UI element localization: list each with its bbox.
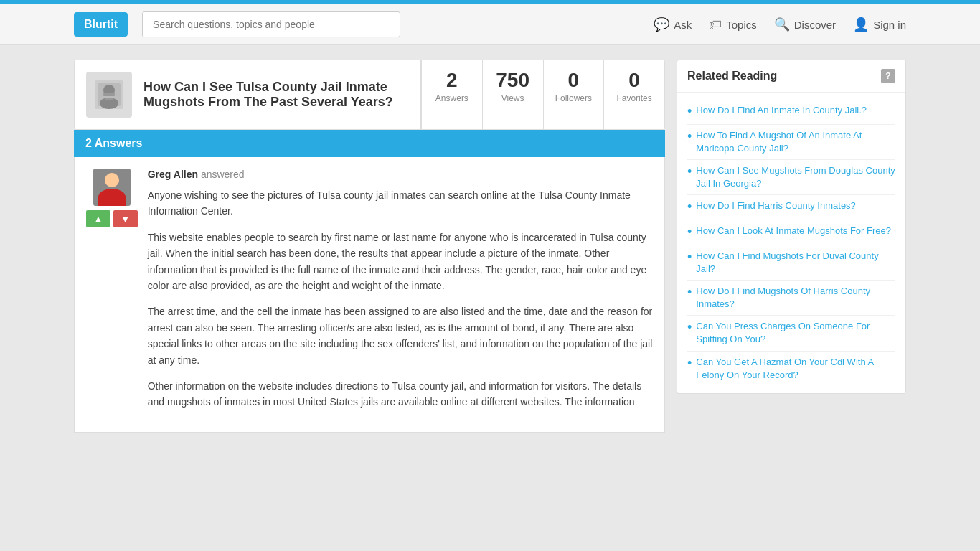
answer-para-2: This website enables people to search by… xyxy=(148,230,653,294)
list-item: • How Can I Find Mugshots For Duval Coun… xyxy=(687,245,895,281)
logo[interactable]: Blurtit xyxy=(74,12,128,37)
sidebar-title: Related Reading xyxy=(687,70,777,83)
question-main: How Can I See Tulsa County Jail Inmate M… xyxy=(75,60,420,129)
avatar-wrapper: ▲ ▼ xyxy=(86,169,138,227)
nav-discover-label: Discover xyxy=(794,19,836,31)
followers-label: Followers xyxy=(555,93,592,103)
vote-down-button[interactable]: ▼ xyxy=(113,210,138,227)
nav-signin[interactable]: 👤 Sign in xyxy=(853,17,906,32)
question-section: How Can I See Tulsa County Jail Inmate M… xyxy=(74,60,665,130)
favorites-count: 0 xyxy=(616,69,653,92)
nav-signin-label: Sign in xyxy=(873,19,906,31)
answerer-name: Greg Allen xyxy=(148,169,198,180)
list-item: • How Can I See Mugshots From Douglas Co… xyxy=(687,160,895,195)
list-item: • Can You Get A Hazmat On Your Cdl With … xyxy=(687,352,895,386)
related-link-9[interactable]: Can You Get A Hazmat On Your Cdl With A … xyxy=(696,356,895,382)
answerer-info: Greg Allen answered xyxy=(148,169,653,180)
related-link-3[interactable]: How Can I See Mugshots From Douglas Coun… xyxy=(696,164,895,190)
answers-count: 2 xyxy=(433,69,471,92)
related-link-5[interactable]: How Can I Look At Inmate Mugshots For Fr… xyxy=(696,225,891,237)
bullet-icon: • xyxy=(687,199,692,215)
related-link-7[interactable]: How Do I Find Mugshots Of Harris County … xyxy=(696,285,895,311)
nav-topics-label: Topics xyxy=(726,19,757,31)
bullet-icon: • xyxy=(687,356,692,372)
views-count: 750 xyxy=(494,69,532,92)
mugshot-svg-icon xyxy=(92,77,126,112)
answer-content: Greg Allen answered Anyone wishing to se… xyxy=(148,169,653,420)
list-item: • Can You Press Charges On Someone For S… xyxy=(687,316,895,351)
favorites-label: Favorites xyxy=(616,93,651,103)
bullet-icon: • xyxy=(687,285,692,301)
bullet-icon: • xyxy=(687,104,692,120)
nav: 💬 Ask 🏷 Topics 🔍 Discover 👤 Sign in xyxy=(654,17,906,32)
avatar xyxy=(93,169,131,206)
related-link-8[interactable]: Can You Press Charges On Someone For Spi… xyxy=(696,320,895,346)
content-area: How Can I See Tulsa County Jail Inmate M… xyxy=(74,60,665,433)
answer-para-3: The arrest time, and the cell the inmate… xyxy=(148,303,653,368)
related-link-4[interactable]: How Do I Find Harris County Inmates? xyxy=(696,199,856,212)
svg-rect-5 xyxy=(105,98,113,100)
answer-para-1: Anyone wishing to see the pictures of Tu… xyxy=(148,187,653,220)
nav-ask-label: Ask xyxy=(674,19,692,31)
header: Blurtit 💬 Ask 🏷 Topics 🔍 Discover 👤 Sign… xyxy=(0,4,980,45)
related-list: • How Do I Find An Inmate In County Jail… xyxy=(677,93,905,393)
bullet-icon: • xyxy=(687,250,692,265)
answers-header: 2 Answers xyxy=(74,130,665,157)
stat-answers: 2 Answers xyxy=(421,60,482,129)
help-icon[interactable]: ? xyxy=(881,69,895,83)
stat-followers: 0 Followers xyxy=(543,60,604,129)
search-input[interactable] xyxy=(142,11,400,37)
vote-buttons: ▲ ▼ xyxy=(86,210,138,227)
search-box xyxy=(142,11,400,37)
answer-block: ▲ ▼ Greg Allen answered Anyone wishing t… xyxy=(74,157,665,433)
answer-text: Anyone wishing to see the pictures of Tu… xyxy=(148,187,653,410)
avatar-head xyxy=(105,173,119,187)
bullet-icon: • xyxy=(687,129,692,145)
stat-favorites: 0 Favorites xyxy=(603,60,664,129)
topics-icon: 🏷 xyxy=(709,17,722,32)
list-item: • How Can I Look At Inmate Mugshots For … xyxy=(687,220,895,245)
main-layout: How Can I See Tulsa County Jail Inmate M… xyxy=(60,60,920,433)
views-label: Views xyxy=(501,93,524,103)
nav-topics[interactable]: 🏷 Topics xyxy=(709,17,757,32)
svg-rect-4 xyxy=(103,93,115,96)
related-link-2[interactable]: How To Find A Mugshot Of An Inmate At Ma… xyxy=(696,129,895,155)
bullet-icon: • xyxy=(687,225,692,240)
discover-icon: 🔍 xyxy=(774,17,790,32)
answers-label: Answers xyxy=(435,93,468,103)
bullet-icon: • xyxy=(687,320,692,336)
answer-meta: ▲ ▼ Greg Allen answered Anyone wishing t… xyxy=(86,169,653,420)
ask-icon: 💬 xyxy=(654,17,669,32)
list-item: • How Do I Find Mugshots Of Harris Count… xyxy=(687,281,895,316)
answered-label: answered xyxy=(201,169,245,180)
vote-up-button[interactable]: ▲ xyxy=(86,210,110,227)
list-item: • How Do I Find Harris County Inmates? xyxy=(687,195,895,220)
sidebar-header: Related Reading ? xyxy=(677,60,905,93)
nav-ask[interactable]: 💬 Ask xyxy=(654,17,692,32)
related-link-6[interactable]: How Can I Find Mugshots For Duval County… xyxy=(696,250,895,276)
stat-views: 750 Views xyxy=(482,60,543,129)
list-item: • How To Find A Mugshot Of An Inmate At … xyxy=(687,125,895,160)
followers-count: 0 xyxy=(555,69,593,92)
sidebar: Related Reading ? • How Do I Find An Inm… xyxy=(677,60,906,433)
avatar-body xyxy=(98,189,126,206)
question-icon xyxy=(86,72,132,118)
bullet-icon: • xyxy=(687,164,692,180)
stats-row: 2 Answers 750 Views 0 Followers 0 Favori… xyxy=(420,60,664,129)
list-item: • How Do I Find An Inmate In County Jail… xyxy=(687,100,895,125)
related-link-1[interactable]: How Do I Find An Inmate In County Jail.? xyxy=(696,104,867,117)
nav-discover[interactable]: 🔍 Discover xyxy=(774,17,836,32)
signin-icon: 👤 xyxy=(853,17,869,32)
sidebar-box: Related Reading ? • How Do I Find An Inm… xyxy=(677,60,906,394)
answer-para-4: Other information on the website include… xyxy=(148,378,653,410)
question-title: How Can I See Tulsa County Jail Inmate M… xyxy=(143,80,409,110)
